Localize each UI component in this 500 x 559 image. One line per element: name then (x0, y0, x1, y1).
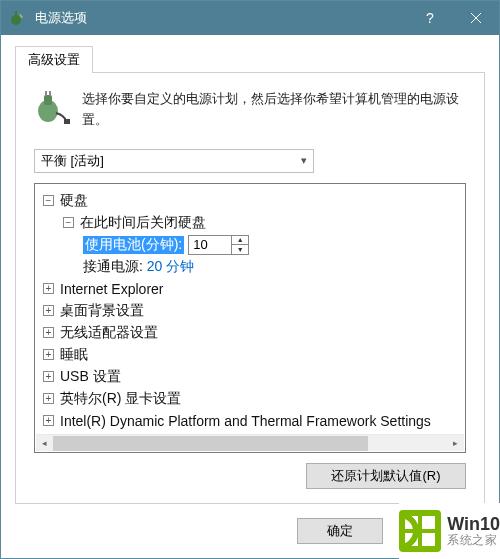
svg-rect-1 (15, 11, 17, 17)
tree-node-sleep[interactable]: + 睡眠 (39, 344, 461, 366)
plugged-value: 20 分钟 (147, 258, 194, 276)
power-icon (9, 9, 27, 27)
spinner-up-button[interactable]: ▲ (232, 236, 248, 245)
tree-node-wireless[interactable]: + 无线适配器设置 (39, 322, 461, 344)
power-options-window: 电源选项 ? 高级设置 选择你要自定义的电源计划，然后选择你希望计算机管理的电源… (0, 0, 500, 559)
tab-strip: 高级设置 (15, 45, 485, 72)
tab-advanced[interactable]: 高级设置 (15, 46, 93, 73)
collapse-icon[interactable]: − (63, 217, 74, 228)
watermark-line1: Win10 (447, 515, 500, 535)
expand-icon[interactable]: + (43, 415, 54, 426)
tree-node-desktop-bg[interactable]: + 桌面背景设置 (39, 300, 461, 322)
titlebar: 电源选项 ? (1, 1, 499, 35)
description-text: 选择你要自定义的电源计划，然后选择你希望计算机管理的电源设置。 (82, 89, 466, 131)
horizontal-scrollbar[interactable]: ◂ ▸ (36, 434, 464, 451)
selected-label: 使用电池(分钟): (83, 236, 184, 254)
scroll-track[interactable] (53, 436, 447, 451)
help-button[interactable]: ? (407, 1, 453, 35)
plan-select[interactable]: 平衡 [活动] ▾ (34, 149, 314, 173)
tree-node-intel-graphics[interactable]: + 英特尔(R) 显卡设置 (39, 388, 461, 410)
close-button[interactable] (453, 1, 499, 35)
minutes-spinner[interactable]: ▲ ▼ (188, 235, 249, 255)
scroll-thumb[interactable] (53, 436, 368, 451)
watermark-logo-icon (399, 510, 441, 552)
chevron-down-icon: ▾ (301, 154, 307, 167)
collapse-icon[interactable]: − (43, 195, 54, 206)
plan-select-value: 平衡 [活动] (41, 152, 104, 170)
tree-node-ie[interactable]: + Internet Explorer (39, 278, 461, 300)
tree-node-on-battery[interactable]: 使用电池(分钟): ▲ ▼ (39, 234, 461, 256)
expand-icon[interactable]: + (43, 283, 54, 294)
expand-icon[interactable]: + (43, 327, 54, 338)
tree-node-hdd[interactable]: − 硬盘 (39, 190, 461, 212)
expand-icon[interactable]: + (43, 393, 54, 404)
minutes-input[interactable] (189, 236, 231, 254)
spinner-down-button[interactable]: ▼ (232, 245, 248, 254)
ok-button[interactable]: 确定 (297, 518, 383, 544)
svg-rect-5 (49, 91, 51, 96)
watermark: Win10 系统之家 (399, 503, 500, 559)
scroll-right-button[interactable]: ▸ (447, 435, 464, 452)
expand-icon[interactable]: + (43, 305, 54, 316)
restore-defaults-button[interactable]: 还原计划默认值(R) (306, 463, 466, 489)
tree-node-plugged-in[interactable]: 接通电源: 20 分钟 (39, 256, 461, 278)
settings-tree[interactable]: − 硬盘 − 在此时间后关闭硬盘 使用电池(分钟): ▲ ▼ (34, 183, 466, 453)
tab-panel: 选择你要自定义的电源计划，然后选择你希望计算机管理的电源设置。 平衡 [活动] … (15, 72, 485, 504)
battery-plug-icon (34, 89, 70, 125)
scroll-left-button[interactable]: ◂ (36, 435, 53, 452)
tree-node-usb[interactable]: + USB 设置 (39, 366, 461, 388)
description-row: 选择你要自定义的电源计划，然后选择你希望计算机管理的电源设置。 (34, 89, 466, 131)
svg-rect-6 (64, 119, 70, 124)
expand-icon[interactable]: + (43, 349, 54, 360)
expand-icon[interactable]: + (43, 371, 54, 382)
window-title: 电源选项 (35, 9, 407, 27)
svg-rect-4 (45, 91, 47, 96)
svg-rect-3 (44, 95, 52, 105)
client-area: 高级设置 选择你要自定义的电源计划，然后选择你希望计算机管理的电源设置。 平衡 … (1, 35, 499, 518)
tree-node-intel-dptf[interactable]: + Intel(R) Dynamic Platform and Thermal … (39, 410, 461, 432)
watermark-line2: 系统之家 (447, 534, 500, 547)
tree-node-hdd-turnoff[interactable]: − 在此时间后关闭硬盘 (39, 212, 461, 234)
